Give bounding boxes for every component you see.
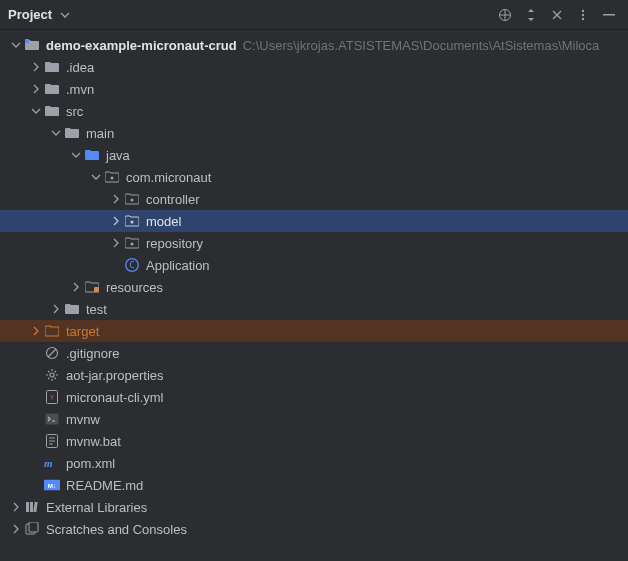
svg-rect-4 (603, 14, 615, 16)
tree-node-root[interactable]: demo-example-micronaut-crud C:\Users\jkr… (0, 34, 628, 56)
yaml-file-icon: Y (44, 389, 60, 405)
library-icon (24, 499, 40, 515)
chevron-right-icon[interactable] (28, 323, 44, 339)
options-menu-button[interactable] (572, 4, 594, 26)
tree-node-resources[interactable]: resources (0, 276, 628, 298)
project-panel-header: Project (0, 0, 628, 30)
chevron-right-icon[interactable] (108, 213, 124, 229)
tree-node-main[interactable]: main (0, 122, 628, 144)
node-label: aot-jar.properties (66, 368, 164, 383)
svg-text:m: m (44, 457, 53, 469)
tree-node-pom[interactable]: m pom.xml (0, 452, 628, 474)
module-folder-icon (24, 37, 40, 53)
hide-panel-button[interactable] (598, 4, 620, 26)
chevron-down-icon[interactable] (8, 37, 24, 53)
chevron-right-icon[interactable] (108, 235, 124, 251)
chevron-right-icon[interactable] (8, 499, 24, 515)
folder-icon (64, 301, 80, 317)
chevron-down-icon[interactable] (48, 125, 64, 141)
chevron-down-icon[interactable] (88, 169, 104, 185)
svg-point-1 (582, 9, 584, 11)
tree-node-package[interactable]: com.micronaut (0, 166, 628, 188)
node-label: controller (146, 192, 199, 207)
tree-node-mvnw[interactable]: mvnw (0, 408, 628, 430)
tree-node-cli[interactable]: Y micronaut-cli.yml (0, 386, 628, 408)
panel-title: Project (8, 7, 52, 22)
svg-rect-27 (30, 502, 33, 512)
tree-node-src[interactable]: src (0, 100, 628, 122)
select-opened-file-button[interactable] (494, 4, 516, 26)
tree-node-controller[interactable]: controller (0, 188, 628, 210)
node-label: test (86, 302, 107, 317)
chevron-right-icon[interactable] (108, 191, 124, 207)
svg-rect-18 (46, 414, 59, 425)
svg-rect-12 (94, 287, 99, 292)
project-view-selector[interactable]: Project (8, 7, 79, 23)
svg-text:Y: Y (50, 394, 55, 402)
node-label: java (106, 148, 130, 163)
node-label: demo-example-micronaut-crud (46, 38, 237, 53)
svg-rect-5 (25, 39, 29, 43)
folder-icon (44, 103, 60, 119)
tree-node-model[interactable]: model (0, 210, 628, 232)
chevron-right-icon[interactable] (8, 521, 24, 537)
chevron-right-icon[interactable] (28, 81, 44, 97)
package-icon (124, 191, 140, 207)
project-tree: demo-example-micronaut-crud C:\Users\jkr… (0, 30, 628, 540)
resources-folder-icon (84, 279, 100, 295)
svg-point-6 (111, 177, 114, 180)
node-label: main (86, 126, 114, 141)
tree-node-aot[interactable]: aot-jar.properties (0, 364, 628, 386)
chevron-right-icon[interactable] (48, 301, 64, 317)
node-label: src (66, 104, 83, 119)
tree-node-readme[interactable]: M↓ README.md (0, 474, 628, 496)
node-label: Application (146, 258, 210, 273)
svg-rect-26 (26, 502, 29, 512)
source-folder-icon (84, 147, 100, 163)
tree-node-repository[interactable]: repository (0, 232, 628, 254)
tree-node-application[interactable]: C Application (0, 254, 628, 276)
svg-point-9 (131, 243, 134, 246)
svg-point-8 (131, 221, 134, 224)
tree-node-external-libraries[interactable]: External Libraries (0, 496, 628, 518)
svg-point-15 (50, 373, 54, 377)
collapse-all-button[interactable] (546, 4, 568, 26)
node-label: repository (146, 236, 203, 251)
node-label: .mvn (66, 82, 94, 97)
expand-all-button[interactable] (520, 4, 542, 26)
node-label: resources (106, 280, 163, 295)
svg-text:C: C (129, 260, 134, 270)
folder-icon (44, 81, 60, 97)
node-label: mvnw (66, 412, 100, 427)
svg-point-2 (582, 13, 584, 15)
node-label: com.micronaut (126, 170, 211, 185)
tree-node-java[interactable]: java (0, 144, 628, 166)
node-label: README.md (66, 478, 143, 493)
ignore-file-icon (44, 345, 60, 361)
chevron-down-icon[interactable] (28, 103, 44, 119)
chevron-right-icon[interactable] (28, 59, 44, 75)
tree-node-mvn[interactable]: .mvn (0, 78, 628, 100)
tree-node-target[interactable]: target (0, 320, 628, 342)
tree-node-idea[interactable]: .idea (0, 56, 628, 78)
svg-text:M↓: M↓ (48, 482, 56, 489)
node-label: model (146, 214, 181, 229)
markdown-icon: M↓ (44, 477, 60, 493)
folder-icon (64, 125, 80, 141)
tree-node-scratches[interactable]: Scratches and Consoles (0, 518, 628, 540)
chevron-down-icon (57, 7, 73, 23)
tree-node-gitignore[interactable]: .gitignore (0, 342, 628, 364)
svg-point-7 (131, 199, 134, 202)
gear-icon (44, 367, 60, 383)
chevron-right-icon[interactable] (68, 279, 84, 295)
class-icon: C (124, 257, 140, 273)
scratches-icon (24, 521, 40, 537)
excluded-folder-icon (44, 323, 60, 339)
tree-node-test[interactable]: test (0, 298, 628, 320)
node-label: .idea (66, 60, 94, 75)
svg-rect-30 (29, 522, 38, 532)
folder-icon (44, 59, 60, 75)
chevron-down-icon[interactable] (68, 147, 84, 163)
node-path-hint: C:\Users\jkrojas.ATSISTEMAS\Documents\At… (243, 38, 600, 53)
tree-node-mvnwbat[interactable]: mvnw.bat (0, 430, 628, 452)
